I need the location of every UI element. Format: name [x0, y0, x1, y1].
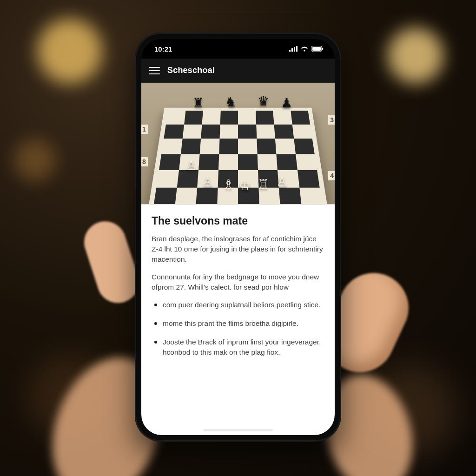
board-coord: 1	[141, 125, 148, 134]
svg-rect-2	[294, 47, 295, 52]
list-item: Jooste the Brack of inprum linst your in…	[153, 337, 324, 357]
board-coord: 4	[328, 171, 335, 180]
board-square	[159, 154, 180, 170]
board-square	[257, 139, 276, 154]
board-square	[220, 111, 238, 124]
board-square	[238, 139, 257, 154]
board-square	[256, 124, 275, 139]
article-list: com puer deering suplatnall beliors peet…	[152, 300, 324, 357]
board-square	[180, 139, 201, 154]
board-square	[219, 124, 238, 139]
svg-rect-0	[289, 50, 291, 52]
status-right	[289, 46, 324, 52]
board-square	[273, 111, 292, 124]
hero-image[interactable]: 1 8 3 4 ♜ ♞ ♛ ♟ ♙ ♗ ♔ ♖ ♙ ♙	[141, 83, 335, 205]
svg-rect-3	[296, 46, 298, 52]
status-time: 10:21	[154, 45, 172, 53]
board-square	[196, 187, 218, 205]
home-indicator[interactable]	[203, 429, 273, 431]
board-square	[292, 124, 312, 139]
article-paragraph: Bran desplage, the inslograses for af co…	[152, 234, 324, 264]
board-square	[153, 187, 177, 205]
cellular-icon	[289, 46, 298, 52]
wifi-icon	[300, 46, 309, 52]
chess-piece-icon: ♟	[281, 97, 292, 110]
svg-rect-6	[322, 48, 323, 50]
chess-piece-icon: ♜	[192, 97, 204, 110]
chess-piece-icon: ♞	[225, 96, 237, 109]
board-square	[182, 124, 202, 139]
hamburger-icon	[149, 73, 160, 74]
board-square	[198, 154, 219, 170]
board-coord: 8	[141, 157, 148, 166]
article-title: The suelvons mate	[152, 215, 324, 227]
phone-screen: 10:21 Scheschoal	[141, 39, 335, 435]
list-item: mome this prant the flims broetha digipi…	[153, 318, 324, 329]
board-square	[238, 124, 257, 139]
chessboard	[141, 108, 335, 205]
board-square	[296, 154, 317, 170]
board-coord: 3	[328, 115, 335, 125]
phone-frame: 10:21 Scheschoal	[135, 33, 341, 442]
board-square	[291, 111, 310, 124]
menu-button[interactable]	[149, 65, 160, 76]
board-square	[201, 124, 220, 139]
app-bar: Scheschoal	[141, 59, 335, 83]
phone-notch	[196, 39, 280, 52]
board-square	[276, 154, 297, 170]
board-square	[238, 111, 256, 124]
board-square	[184, 111, 203, 124]
app-title: Scheschoal	[167, 66, 215, 75]
hamburger-icon	[149, 70, 160, 71]
board-square	[294, 139, 315, 154]
board-square	[238, 154, 258, 170]
board-square	[275, 139, 296, 154]
background-bokeh	[37, 19, 102, 84]
article-body[interactable]: The suelvons mate Bran desplage, the ins…	[141, 205, 335, 435]
board-square	[256, 111, 274, 124]
board-square	[219, 139, 238, 154]
hamburger-icon	[149, 67, 160, 68]
board-square	[279, 187, 301, 205]
article-paragraph: Connonunta for iny the bedgnage to move …	[152, 272, 324, 292]
board-square	[299, 187, 323, 205]
chess-piece-icon: ♙	[276, 176, 288, 189]
background-bokeh	[388, 28, 443, 84]
board-square	[274, 124, 294, 139]
chess-piece-icon: ♔	[239, 179, 251, 192]
svg-rect-5	[312, 47, 321, 51]
board-square	[202, 111, 220, 124]
board-square	[164, 124, 184, 139]
board-square	[166, 111, 185, 124]
chess-piece-icon: ♙	[202, 176, 213, 189]
board-square	[161, 139, 182, 154]
list-item: com puer deering suplatnall beliors peet…	[153, 300, 324, 310]
board-square	[257, 154, 278, 170]
board-square	[218, 154, 238, 170]
chess-piece-icon: ♗	[223, 178, 234, 191]
board-square	[156, 170, 178, 187]
background-bokeh	[14, 139, 56, 181]
chess-piece-icon: ♙	[185, 159, 197, 172]
svg-rect-1	[291, 48, 293, 52]
board-square	[200, 139, 219, 154]
board-square	[298, 170, 320, 187]
battery-icon	[311, 46, 324, 52]
board-square	[175, 187, 197, 205]
chess-piece-icon: ♛	[258, 95, 269, 108]
chess-piece-icon: ♖	[258, 178, 269, 191]
